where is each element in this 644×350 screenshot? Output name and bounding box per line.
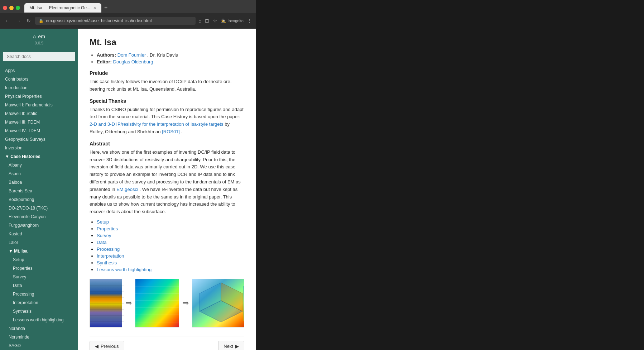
em-geosci-link[interactable]: EM.geosci <box>116 187 138 192</box>
2d-result-image <box>135 279 179 327</box>
forward-button[interactable]: → <box>14 17 22 24</box>
sidebar-item-physical-properties[interactable]: Physical Properties <box>0 92 78 101</box>
sidebar-item-inversion[interactable]: Inversion <box>0 144 78 152</box>
paper-link[interactable]: 2-D and 3-D IP/resistivity for the inter… <box>90 121 224 127</box>
new-tab-button[interactable]: + <box>101 3 110 13</box>
sidebar-item-apps[interactable]: Apps <box>0 66 78 75</box>
toc-item-processing: Processing <box>97 246 244 252</box>
url-text: em.geosci.xyz/content/case_histories/mt_… <box>46 18 152 23</box>
back-button[interactable]: ← <box>4 17 11 24</box>
sidebar-item-albany[interactable]: Albany <box>0 161 78 169</box>
sidebar-item-maxwell4[interactable]: Maxwell IV: TDEM <box>0 126 78 135</box>
next-button[interactable]: Next ▶ <box>218 341 244 350</box>
incognito-badge: 🕵 Incognito <box>221 19 244 23</box>
editor-label: Editor: <box>97 59 112 64</box>
sidebar-item-noranda[interactable]: Noranda <box>0 324 78 333</box>
sidebar-item-aspen[interactable]: Aspen <box>0 169 78 178</box>
sidebar-item-bookpurnong[interactable]: Bookpurnong <box>0 195 78 204</box>
sidebar-item-setup[interactable]: Setup <box>0 255 78 264</box>
minimize-button[interactable] <box>9 6 14 10</box>
sidebar-item-elevenmile[interactable]: Elevenmile Canyon <box>0 212 78 221</box>
toc-link-setup[interactable]: Setup <box>97 219 109 225</box>
sidebar-item-interpretation[interactable]: Interpretation <box>0 298 78 307</box>
meta-list: Authors: Dom Fournier , Dr. Kris Davis E… <box>90 52 244 64</box>
active-tab[interactable]: Mt. Isa — Electromagnetic Ge... ✕ <box>24 3 101 13</box>
sidebar-item-survey[interactable]: Survey <box>0 273 78 281</box>
toc-link-interpretation[interactable]: Interpretation <box>97 253 124 259</box>
sidebar-item-maxwell3[interactable]: Maxwell III: FDEM <box>0 118 78 126</box>
address-bar[interactable]: 🔒 em.geosci.xyz/content/case_histories/m… <box>35 17 196 25</box>
abstract-heading: Abstract <box>90 141 244 147</box>
page-title: Mt. Isa <box>90 37 244 47</box>
sidebar-item-synthesis[interactable]: Synthesis <box>0 307 78 316</box>
next-icon: ▶ <box>235 344 239 349</box>
sidebar-item-balboa[interactable]: Balboa <box>0 178 78 187</box>
prelude-text: This case history follows the inversion … <box>90 78 244 93</box>
sidebar-item-lessons[interactable]: Lessons worth highlighting <box>0 316 78 324</box>
sidebar-item-geophysical-surveys[interactable]: Geophysical Surveys <box>0 135 78 144</box>
toc-item-properties: Properties <box>97 226 244 231</box>
sidebar-item-processing[interactable]: Processing <box>0 290 78 298</box>
svg-rect-18 <box>244 286 244 321</box>
sidebar-item-maxwell1[interactable]: Maxwell I: Fundamentals <box>0 101 78 109</box>
sidebar-version: 0.0.5 <box>4 41 74 45</box>
seismic-image <box>90 279 122 327</box>
main-content: Mt. Isa Authors: Dom Fournier , Dr. Kris… <box>78 29 256 350</box>
sidebar-item-sagd[interactable]: SAGD <box>0 341 78 350</box>
sidebar-item-maxwell2[interactable]: Maxwell II: Static <box>0 109 78 118</box>
authors-label: Authors: <box>97 52 116 58</box>
collapse-icon: ▼ <box>5 154 10 159</box>
abstract-text: Here, we show one of the first examples … <box>90 149 244 216</box>
toc-item-interpretation: Interpretation <box>97 253 244 259</box>
sidebar-item-do27[interactable]: DO-27/DO-18 (TKC) <box>0 204 78 212</box>
sidebar-nav: Apps Contributors Introduction Physical … <box>0 64 78 350</box>
toc-link-lessons[interactable]: Lessons worth highlighting <box>97 267 152 272</box>
editor-item: Editor: Douglas Oldenburg <box>97 59 244 64</box>
toc-item-survey: Survey <box>97 233 244 238</box>
incognito-icon: 🕵 <box>221 19 226 23</box>
toc-link-data[interactable]: Data <box>97 240 106 245</box>
toc-list: Setup Properties Survey Data Processing … <box>90 219 244 272</box>
sidebar-item-contributors[interactable]: Contributors <box>0 75 78 83</box>
search-icon[interactable]: ⌕ <box>198 18 201 24</box>
sidebar-item-data[interactable]: Data <box>0 281 78 290</box>
bookmark-icon[interactable]: ☆ <box>213 18 217 24</box>
sidebar-item-properties[interactable]: Properties <box>0 264 78 273</box>
image-row: ⇒ <box>90 279 244 327</box>
reload-button[interactable]: ↻ <box>25 17 32 24</box>
tab-close-icon[interactable]: ✕ <box>93 6 96 10</box>
collapse-mt-isa-icon: ▼ <box>9 249 14 254</box>
prev-button[interactable]: ◀ Previous <box>90 341 124 350</box>
tab-title: Mt. Isa — Electromagnetic Ge... <box>29 5 90 10</box>
sidebar: ⌂ em 0.0.5 Apps Contributors Introductio… <box>0 29 78 350</box>
search-input[interactable] <box>3 52 75 61</box>
maximize-button[interactable] <box>16 6 20 10</box>
sidebar-item-mt-isa[interactable]: ▼ Mt. Isa <box>0 247 78 255</box>
sidebar-item-kasted[interactable]: Kasted <box>0 230 78 238</box>
toc-link-properties[interactable]: Properties <box>97 226 118 231</box>
sidebar-item-norsminde[interactable]: Norsminde <box>0 333 78 341</box>
dark-background <box>256 29 644 350</box>
sidebar-item-introduction[interactable]: Introduction <box>0 83 78 92</box>
special-thanks-heading: Special Thanks <box>90 98 244 104</box>
author1-link[interactable]: Dom Fournier <box>117 52 146 58</box>
sidebar-item-furgg[interactable]: Furggwanghorn <box>0 221 78 230</box>
toc-item-lessons: Lessons worth highlighting <box>97 267 244 272</box>
lock-icon: 🔒 <box>39 19 44 23</box>
toc-link-synthesis[interactable]: Synthesis <box>97 260 117 265</box>
home-icon: ⌂ <box>33 34 36 39</box>
arrow-right-1: ⇒ <box>124 298 134 308</box>
cast-icon[interactable]: ⊡ <box>205 18 209 24</box>
close-button[interactable] <box>3 6 7 10</box>
editor-link[interactable]: Douglas Oldenburg <box>113 59 153 64</box>
sidebar-item-barents-sea[interactable]: Barents Sea <box>0 187 78 195</box>
author1-rest: , Dr. Kris Davis <box>147 52 178 58</box>
authors-item: Authors: Dom Fournier , Dr. Kris Davis <box>97 52 244 58</box>
sidebar-item-lalor[interactable]: Lalor <box>0 238 78 247</box>
page-footer: ◀ Previous Next ▶ <box>90 336 244 350</box>
toc-link-survey[interactable]: Survey <box>97 233 111 238</box>
sidebar-item-case-histories[interactable]: ▼ Case Histories <box>0 152 78 161</box>
toc-link-processing[interactable]: Processing <box>97 246 120 252</box>
ref-link[interactable]: [ROS01] <box>162 129 180 134</box>
menu-icon[interactable]: ⋮ <box>247 18 252 24</box>
